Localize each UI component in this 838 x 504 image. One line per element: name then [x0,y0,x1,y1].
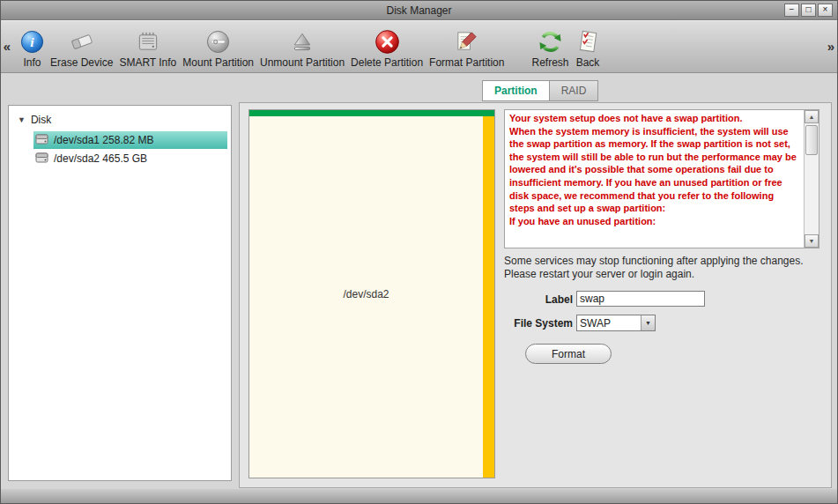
toolbar-scroll-right-icon[interactable]: » [825,20,837,72]
toolbar-items: i Info Erase Device [13,20,825,72]
disk-manager-window: Disk Manager − □ × « i Info [0,0,838,504]
titlebar: Disk Manager − □ × [1,1,837,20]
toolbar-label: Back [576,56,600,69]
toolbar-label: Format Partition [429,56,504,69]
partition-used-bar [249,110,494,116]
disk-tree-panel: ▼ Disk /dev/sda1 258.82 MB /dev/ [8,105,232,481]
toolbar-label: Erase Device [50,56,113,69]
format-button[interactable]: Format [525,344,612,364]
tree-item-sda2[interactable]: /dev/sda2 465.5 GB [33,150,227,167]
tab-raid[interactable]: RAID [550,80,599,101]
svg-text:i: i [30,34,34,49]
scroll-up-icon[interactable]: ▲ [805,110,819,123]
format-icon [454,27,479,56]
unmount-icon [289,27,315,56]
tree-item-label: /dev/sda2 465.5 GB [54,152,147,165]
mount-icon [206,27,230,56]
disk-icon [35,133,49,148]
delete-icon [375,27,400,56]
mount-partition-button[interactable]: Mount Partition [182,27,254,69]
smart-info-button[interactable]: SMART Info [119,27,176,69]
erase-device-button[interactable]: Erase Device [50,27,113,69]
toolbar-label: Delete Partition [351,56,423,69]
back-button[interactable]: Back [575,27,601,69]
swap-warning-text: Your system setup does not have a swap p… [509,112,800,246]
bottom-shade [1,489,837,503]
refresh-icon [538,27,563,56]
tab-label: RAID [561,85,587,97]
eraser-icon [69,27,95,56]
toolbar-label: Refresh [531,56,568,69]
info-button[interactable]: i Info [20,27,44,69]
info-icon: i [20,27,44,56]
toolbar-label: Info [23,56,41,69]
tree-root-label: Disk [31,114,51,126]
partition-label: /dev/sda2 [249,288,483,300]
dropdown-arrow-icon[interactable]: ▼ [641,315,655,330]
minimize-button[interactable]: − [784,4,799,17]
filesystem-selected-value: SWAP [577,315,641,330]
close-button[interactable]: × [818,4,833,17]
filesystem-field-label: File System [478,317,573,330]
tree-root-disk[interactable]: ▼ Disk [9,106,231,130]
partition-panel: /dev/sda2 Your system setup does not hav… [239,102,832,488]
collapse-arrow-icon[interactable]: ▼ [18,115,26,124]
tab-label: Partition [494,85,538,97]
label-input[interactable] [576,291,705,307]
toolbar-label: Unmount Partition [260,56,345,69]
format-partition-button[interactable]: Format Partition [429,27,504,69]
tree-item-label: /dev/sda1 258.82 MB [54,134,153,146]
refresh-button[interactable]: Refresh [531,27,568,69]
disk-icon [35,152,49,167]
tabstrip: Partition RAID [482,80,598,101]
maximize-button[interactable]: □ [801,4,816,17]
toolbar-label: Mount Partition [182,56,254,69]
toolbar-label: SMART Info [119,56,176,69]
label-field-label: Label [478,293,573,306]
window-title: Disk Manager [386,4,451,17]
toolbar: « i Info [1,20,837,73]
unmount-partition-button[interactable]: Unmount Partition [260,27,345,69]
partition-visual[interactable]: /dev/sda2 [248,109,495,478]
services-notice: Some services may stop functioning after… [504,255,832,281]
window-controls: − □ × [784,4,833,17]
tree-item-sda1[interactable]: /dev/sda1 258.82 MB [33,131,227,149]
scroll-down-icon[interactable]: ▼ [805,234,819,248]
tab-partition[interactable]: Partition [482,80,550,101]
warning-scrollbar[interactable]: ▲ ▼ [804,110,819,248]
scrollbar-thumb[interactable] [805,125,818,155]
delete-partition-button[interactable]: Delete Partition [351,27,423,69]
filesystem-select[interactable]: SWAP ▼ [576,315,656,331]
toolbar-scroll-left-icon[interactable]: « [1,20,13,72]
smart-disk-icon [135,27,161,56]
back-icon [575,27,601,56]
swap-warning-box: Your system setup does not have a swap p… [504,109,819,248]
